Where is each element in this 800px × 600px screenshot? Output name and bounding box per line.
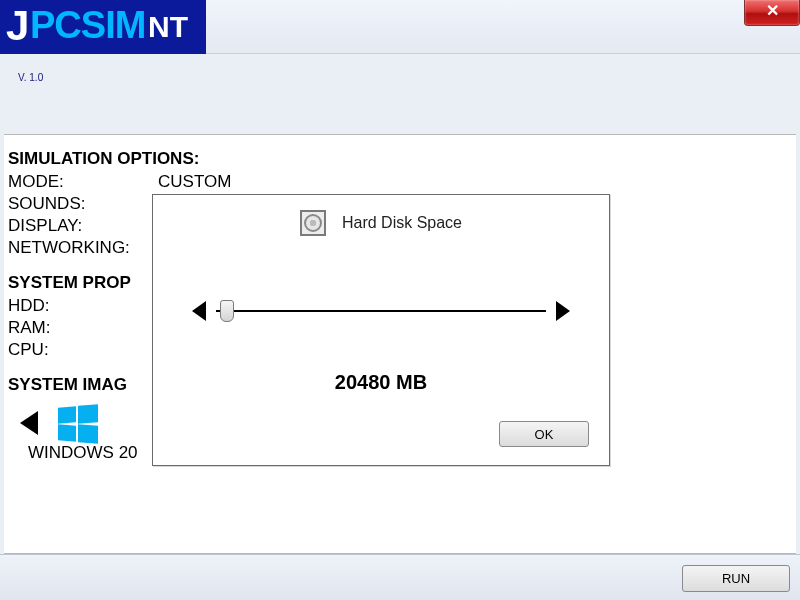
slider-line: [216, 310, 546, 312]
mode-label: MODE:: [8, 171, 158, 193]
dialog-title: Hard Disk Space: [342, 214, 462, 232]
slider-increase-icon[interactable]: [556, 301, 570, 321]
imager-prev-icon[interactable]: [20, 411, 38, 435]
app-logo: J PCSIM NT: [0, 0, 206, 54]
slider-decrease-icon[interactable]: [192, 301, 206, 321]
simulation-options-heading: SIMULATION OPTIONS:: [8, 149, 792, 169]
run-button[interactable]: RUN: [682, 565, 790, 592]
ram-label: RAM:: [8, 317, 158, 339]
mode-value[interactable]: CUSTOM: [158, 171, 231, 193]
version-label: V. 1.0: [18, 72, 43, 83]
dialog-header: Hard Disk Space: [153, 195, 609, 251]
logo-pcsim: PCSIM: [30, 4, 145, 47]
cpu-label: CPU:: [8, 339, 158, 361]
hdd-label: HDD:: [8, 295, 158, 317]
windows-icon: [58, 403, 98, 443]
slider-thumb[interactable]: [220, 300, 234, 322]
sounds-label: SOUNDS:: [8, 193, 158, 215]
logo-nt: NT: [148, 10, 188, 44]
hard-disk-icon: [300, 210, 326, 236]
title-bar: J PCSIM NT ✕: [0, 0, 800, 54]
close-icon: ✕: [766, 2, 779, 19]
ok-button[interactable]: OK: [499, 421, 589, 447]
logo-letter-j: J: [6, 2, 29, 50]
networking-label: NETWORKING:: [8, 237, 158, 259]
option-row-mode: MODE: CUSTOM: [8, 171, 792, 193]
footer-bar: RUN: [0, 554, 800, 600]
close-button[interactable]: ✕: [744, 0, 800, 26]
display-label: DISPLAY:: [8, 215, 158, 237]
slider-track[interactable]: [216, 299, 546, 323]
slider-row: [153, 299, 609, 323]
slider-value: 20480 MB: [153, 371, 609, 394]
hard-disk-space-dialog: Hard Disk Space 20480 MB OK: [152, 194, 610, 466]
